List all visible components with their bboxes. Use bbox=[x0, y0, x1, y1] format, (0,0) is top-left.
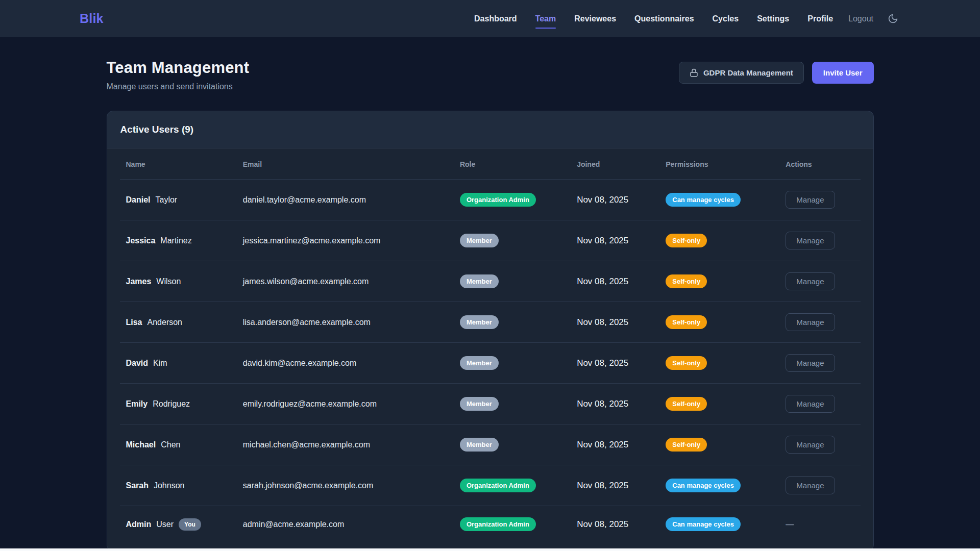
active-users-card: Active Users (9) Name Email Role Joined … bbox=[107, 111, 874, 551]
nav-item-questionnaires[interactable]: Questionnaires bbox=[634, 11, 694, 27]
role-badge: Member bbox=[460, 438, 499, 452]
user-first-name: Michael bbox=[126, 440, 156, 449]
permission-badge: Can manage cycles bbox=[666, 479, 741, 492]
user-email: michael.chen@acme.example.com bbox=[237, 424, 454, 465]
column-header-joined: Joined bbox=[571, 148, 659, 180]
gdpr-data-management-button[interactable]: GDPR Data Management bbox=[679, 62, 804, 84]
user-row: Sarah Johnsonsarah.johnson@acme.example.… bbox=[120, 465, 861, 506]
user-name: Sarah Johnson bbox=[126, 481, 231, 490]
no-action-placeholder: — bbox=[786, 520, 794, 529]
user-last-name: User bbox=[156, 520, 174, 529]
permission-badge: Self-only bbox=[666, 356, 707, 370]
active-users-title: Active Users (9) bbox=[120, 124, 860, 135]
user-name: Emily Rodriguez bbox=[126, 399, 231, 409]
permission-badge: Can manage cycles bbox=[666, 517, 741, 531]
user-last-name: Kim bbox=[153, 359, 167, 368]
user-email: david.kim@acme.example.com bbox=[237, 343, 454, 384]
user-last-name: Rodriguez bbox=[153, 399, 190, 409]
user-first-name: Sarah bbox=[126, 481, 149, 490]
role-badge: Organization Admin bbox=[460, 517, 536, 531]
invite-user-button[interactable]: Invite User bbox=[812, 62, 874, 84]
user-email: daniel.taylor@acme.example.com bbox=[237, 180, 454, 220]
page-subtitle: Manage users and send invitations bbox=[107, 82, 250, 91]
user-row: Michael Chenmichael.chen@acme.example.co… bbox=[120, 424, 861, 465]
manage-button[interactable]: Manage bbox=[786, 191, 835, 209]
moon-icon bbox=[888, 13, 898, 24]
user-name: James Wilson bbox=[126, 277, 231, 286]
user-name: David Kim bbox=[126, 359, 231, 368]
permission-badge: Can manage cycles bbox=[666, 193, 741, 207]
user-first-name: David bbox=[126, 359, 149, 368]
manage-button[interactable]: Manage bbox=[786, 395, 835, 413]
page-header: Team Management Manage users and send in… bbox=[107, 59, 874, 91]
nav-item-profile[interactable]: Profile bbox=[807, 11, 833, 27]
navbar: Blik Dashboard Team Reviewees Questionna… bbox=[0, 0, 980, 37]
main-content: Team Management Manage users and send in… bbox=[107, 37, 874, 551]
user-name: Daniel Taylor bbox=[126, 195, 231, 205]
joined-date: Nov 08, 2025 bbox=[571, 384, 659, 424]
user-row: Jessica Martinezjessica.martinez@acme.ex… bbox=[120, 220, 861, 261]
permission-badge: Self-only bbox=[666, 315, 707, 329]
logout-button[interactable]: Logout bbox=[848, 11, 873, 27]
active-users-table: Name Email Role Joined Permissions Actio… bbox=[120, 148, 861, 542]
joined-date: Nov 08, 2025 bbox=[571, 302, 659, 343]
page-title-block: Team Management Manage users and send in… bbox=[107, 59, 250, 91]
nav-item-reviewees[interactable]: Reviewees bbox=[574, 11, 616, 27]
user-first-name: James bbox=[126, 277, 152, 286]
role-badge: Member bbox=[460, 397, 499, 411]
role-badge: Organization Admin bbox=[460, 193, 536, 207]
permission-badge: Self-only bbox=[666, 438, 707, 452]
role-badge: Organization Admin bbox=[460, 479, 536, 492]
joined-date: Nov 08, 2025 bbox=[571, 424, 659, 465]
user-email: emily.rodriguez@acme.example.com bbox=[237, 384, 454, 424]
user-first-name: Lisa bbox=[126, 318, 142, 327]
manage-button[interactable]: Manage bbox=[786, 313, 835, 331]
column-header-name: Name bbox=[120, 148, 237, 180]
joined-date: Nov 08, 2025 bbox=[571, 343, 659, 384]
user-row: Admin UserYouadmin@acme.example.comOrgan… bbox=[120, 506, 861, 543]
user-last-name: Martinez bbox=[160, 236, 191, 245]
user-email: james.wilson@acme.example.com bbox=[237, 261, 454, 302]
role-badge: Member bbox=[460, 315, 499, 329]
joined-date: Nov 08, 2025 bbox=[571, 180, 659, 220]
permission-badge: Self-only bbox=[666, 274, 707, 288]
main-nav: Dashboard Team Reviewees Questionnaires … bbox=[474, 11, 898, 27]
app-logo[interactable]: Blik bbox=[80, 11, 104, 26]
manage-button[interactable]: Manage bbox=[786, 272, 835, 290]
page-title: Team Management bbox=[107, 59, 250, 77]
user-email: admin@acme.example.com bbox=[237, 506, 454, 543]
nav-item-dashboard[interactable]: Dashboard bbox=[474, 11, 517, 27]
active-users-table-wrap: Name Email Role Joined Permissions Actio… bbox=[107, 148, 873, 550]
user-last-name: Johnson bbox=[154, 481, 185, 490]
joined-date: Nov 08, 2025 bbox=[571, 220, 659, 261]
column-header-email: Email bbox=[237, 148, 454, 180]
role-badge: Member bbox=[460, 274, 499, 288]
user-row: David Kimdavid.kim@acme.example.comMembe… bbox=[120, 343, 861, 384]
user-email: lisa.anderson@acme.example.com bbox=[237, 302, 454, 343]
nav-item-team[interactable]: Team bbox=[535, 11, 556, 27]
joined-date: Nov 08, 2025 bbox=[571, 261, 659, 302]
user-last-name: Wilson bbox=[156, 277, 181, 286]
manage-button[interactable]: Manage bbox=[786, 436, 835, 454]
nav-item-cycles[interactable]: Cycles bbox=[713, 11, 739, 27]
nav-item-settings[interactable]: Settings bbox=[757, 11, 789, 27]
permission-badge: Self-only bbox=[666, 397, 707, 411]
lock-icon bbox=[690, 68, 698, 77]
user-first-name: Daniel bbox=[126, 195, 151, 205]
manage-button[interactable]: Manage bbox=[786, 354, 835, 372]
user-last-name: Anderson bbox=[148, 318, 183, 327]
user-row: Daniel Taylordaniel.taylor@acme.example.… bbox=[120, 180, 861, 220]
manage-button[interactable]: Manage bbox=[786, 232, 835, 249]
user-email: sarah.johnson@acme.example.com bbox=[237, 465, 454, 506]
user-row: James Wilsonjames.wilson@acme.example.co… bbox=[120, 261, 861, 302]
user-name: Lisa Anderson bbox=[126, 318, 231, 327]
user-first-name: Emily bbox=[126, 399, 148, 409]
user-name: Jessica Martinez bbox=[126, 236, 231, 245]
user-name: Michael Chen bbox=[126, 440, 231, 449]
theme-toggle-button[interactable] bbox=[888, 13, 898, 24]
column-header-permissions: Permissions bbox=[659, 148, 779, 180]
manage-button[interactable]: Manage bbox=[786, 477, 835, 494]
header-actions: GDPR Data Management Invite User bbox=[679, 62, 874, 84]
joined-date: Nov 08, 2025 bbox=[571, 465, 659, 506]
user-first-name: Admin bbox=[126, 520, 152, 529]
